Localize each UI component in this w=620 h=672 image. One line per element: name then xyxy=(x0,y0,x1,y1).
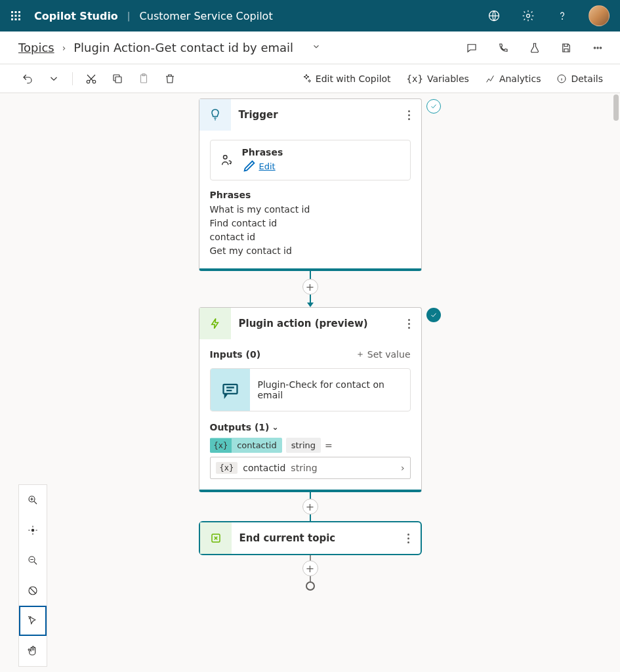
add-node-button[interactable]: + xyxy=(302,279,318,295)
app-title: Copilot Studio xyxy=(34,10,118,22)
phrase-item: contact id xyxy=(210,230,411,244)
svg-rect-26 xyxy=(223,385,237,394)
svg-point-12 xyxy=(594,47,595,48)
delete-button[interactable] xyxy=(158,68,182,89)
svg-rect-6 xyxy=(11,18,13,20)
app-header: Copilot Studio | Customer Service Copilo… xyxy=(0,0,620,32)
test-icon[interactable] xyxy=(523,36,547,60)
help-icon[interactable] xyxy=(549,3,575,29)
add-node-button[interactable]: + xyxy=(302,560,318,576)
phrase-item: Get my contact id xyxy=(210,244,411,258)
save-icon[interactable] xyxy=(554,36,578,60)
svg-rect-2 xyxy=(18,11,20,13)
plugin-message-icon xyxy=(211,369,250,411)
breadcrumb-page: Plugin Action-Get contact id by email xyxy=(73,41,293,54)
cut-button[interactable] xyxy=(79,68,103,89)
plugin-title: Plugin action (preview) xyxy=(231,318,398,329)
svg-rect-5 xyxy=(18,15,20,17)
svg-rect-3 xyxy=(11,15,13,17)
svg-rect-8 xyxy=(18,18,20,20)
svg-point-25 xyxy=(223,156,227,159)
svg-point-13 xyxy=(597,47,598,48)
undo-button[interactable] xyxy=(16,68,39,89)
zoom-fit-button[interactable] xyxy=(19,515,47,545)
end-menu[interactable] xyxy=(397,534,421,543)
analytics-button[interactable]: Analytics xyxy=(478,68,548,89)
trigger-icon xyxy=(199,99,231,131)
copy-button[interactable] xyxy=(106,68,129,89)
output-expression-field[interactable]: {x} contactid string › xyxy=(210,457,411,479)
node-status-icon xyxy=(426,99,441,114)
chat-icon[interactable] xyxy=(460,36,484,60)
call-icon[interactable] xyxy=(491,36,515,60)
output-variable-row: {x}contactid string = xyxy=(210,438,411,453)
outputs-toggle[interactable]: Outputs (1)⌄ xyxy=(210,422,411,432)
analytics-label: Analytics xyxy=(499,74,541,84)
plugin-reference-card[interactable]: Plugin-Check for contact on email xyxy=(210,368,411,411)
phrases-list: What is my contact id Find contact id co… xyxy=(210,203,411,258)
breadcrumb-sep: › xyxy=(62,43,66,53)
phrases-edit-link[interactable]: Edit xyxy=(242,159,283,173)
variables-label: Variables xyxy=(427,74,469,84)
app-launcher-icon[interactable] xyxy=(5,5,26,26)
trigger-menu[interactable] xyxy=(398,110,421,120)
edit-with-copilot-label: Edit with Copilot xyxy=(316,74,391,84)
zoom-in-button[interactable] xyxy=(19,485,47,515)
phrase-item: What is my contact id xyxy=(210,203,411,217)
connector-tail: + xyxy=(302,555,318,591)
variables-button[interactable]: {x} Variables xyxy=(400,68,476,89)
undo-dropdown[interactable] xyxy=(42,68,66,89)
paste-button xyxy=(132,68,155,89)
set-value-button[interactable]: ＋ Set value xyxy=(356,348,411,360)
globe-icon[interactable] xyxy=(481,3,507,29)
plugin-name: Plugin-Check for contact on email xyxy=(250,369,410,411)
settings-icon[interactable] xyxy=(515,3,541,29)
end-title: End current topic xyxy=(232,532,397,544)
svg-rect-4 xyxy=(15,15,17,17)
svg-rect-0 xyxy=(11,11,13,13)
end-icon xyxy=(200,522,232,554)
svg-rect-17 xyxy=(115,77,121,83)
phrases-label: Phrases xyxy=(242,147,283,158)
end-topic-node[interactable]: End current topic xyxy=(199,521,422,555)
user-avatar[interactable] xyxy=(589,5,610,26)
zoom-out-button[interactable] xyxy=(19,545,47,576)
phrases-header: Phrases xyxy=(210,190,411,200)
svg-rect-7 xyxy=(15,18,17,20)
zoom-panel xyxy=(18,484,47,667)
authoring-flow: Trigger Phrases Edit Phrases Wha xyxy=(199,98,422,591)
editor-toolbar: Edit with Copilot {x} Variables Analytic… xyxy=(0,64,620,93)
details-label: Details xyxy=(571,74,603,84)
breadcrumb-root[interactable]: Topics xyxy=(18,41,54,54)
svg-point-15 xyxy=(87,80,90,83)
trigger-node[interactable]: Trigger Phrases Edit Phrases Wha xyxy=(199,98,422,271)
details-button[interactable]: Details xyxy=(550,68,610,89)
hand-tool-button[interactable] xyxy=(19,636,47,666)
svg-point-10 xyxy=(527,14,530,18)
scrollbar[interactable] xyxy=(613,94,619,121)
svg-point-14 xyxy=(600,47,601,48)
connector: + xyxy=(302,271,318,307)
connector: + xyxy=(302,492,318,521)
svg-rect-1 xyxy=(15,11,17,13)
zoom-reset-button[interactable] xyxy=(19,576,47,606)
plugin-menu[interactable] xyxy=(398,319,421,329)
plugin-action-node[interactable]: Plugin action (preview) Inputs (0) ＋ Set… xyxy=(199,307,422,492)
variable-type: string xyxy=(286,438,321,453)
breadcrumb-bar: Topics › Plugin Action-Get contact id by… xyxy=(0,32,620,64)
node-status-icon xyxy=(426,308,441,322)
phrases-card[interactable]: Phrases Edit xyxy=(210,140,411,180)
edit-with-copilot-button[interactable]: Edit with Copilot xyxy=(295,68,398,89)
more-icon[interactable] xyxy=(586,36,610,60)
svg-point-16 xyxy=(93,80,96,83)
inputs-label: Inputs (0) xyxy=(210,349,261,360)
selection-tool-button[interactable] xyxy=(19,606,47,636)
add-node-button[interactable]: + xyxy=(302,499,318,514)
breadcrumb-dropdown-icon[interactable] xyxy=(312,42,321,53)
flow-end-marker xyxy=(306,581,315,591)
phrase-item: Find contact id xyxy=(210,217,411,230)
flow-canvas[interactable]: Trigger Phrases Edit Phrases Wha xyxy=(0,93,620,672)
plugin-icon xyxy=(199,308,231,339)
variable-chip[interactable]: {x}contactid xyxy=(210,438,282,453)
svg-point-22 xyxy=(31,529,35,532)
